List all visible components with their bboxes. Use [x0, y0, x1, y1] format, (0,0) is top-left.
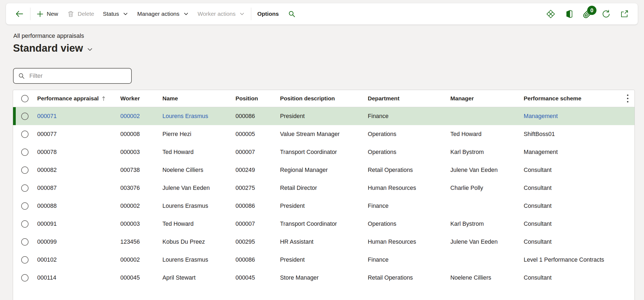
cell-name: Lourens Erasmus [159, 203, 232, 209]
cell-department: Finance [365, 203, 447, 209]
chevron-down-icon [183, 11, 189, 17]
cell-scheme: Consultant [520, 239, 621, 245]
cell-manager: Ted Howard [447, 131, 520, 138]
circle-icon [21, 256, 29, 264]
cell-position_description: Regional Manager [277, 167, 365, 174]
chevron-down-icon [122, 11, 128, 17]
cell-worker[interactable]: 000002 [117, 113, 159, 120]
office-apps-button[interactable] [560, 3, 578, 24]
vertical-ellipsis-icon [626, 94, 629, 103]
filter-input[interactable] [29, 72, 127, 80]
delete-button[interactable]: Delete [62, 3, 99, 24]
manager-actions-dropdown[interactable]: Manager actions [133, 3, 193, 24]
new-button[interactable]: New [32, 3, 62, 24]
row-checkbox[interactable] [13, 113, 34, 120]
toolbar-search-button[interactable] [283, 3, 300, 24]
cell-scheme: Consultant [520, 274, 621, 281]
row-checkbox[interactable] [13, 166, 34, 174]
select-all-checkbox[interactable] [13, 95, 34, 102]
cell-worker: 000003 [117, 221, 159, 227]
options-label: Options [257, 11, 279, 17]
row-checkbox[interactable] [13, 131, 34, 138]
delete-button-label: Delete [78, 11, 94, 17]
row-checkbox[interactable] [13, 202, 34, 210]
circle-icon [21, 95, 29, 102]
cell-position_description: Transport Coordinator [277, 149, 365, 156]
row-checkbox[interactable] [13, 274, 34, 282]
table-row[interactable]: 000087003076Julene Van Eeden000275Retail… [13, 179, 634, 197]
cell-department: Human Resources [365, 239, 447, 245]
cell-department: Operations [365, 131, 447, 138]
worker-actions-label: Worker actions [198, 11, 236, 17]
circle-icon [21, 113, 29, 120]
cell-name: Noelene Cilliers [159, 167, 232, 174]
table-row[interactable]: 000099123456Kobus Du Preez000295HR Assis… [13, 233, 634, 251]
row-checkbox[interactable] [13, 184, 34, 192]
plus-icon [36, 10, 44, 18]
cell-appraisal: 000078 [34, 149, 117, 156]
cell-position_description: HR Assistant [277, 239, 365, 245]
manager-actions-label: Manager actions [137, 11, 179, 17]
cell-name: Kobus Du Preez [159, 239, 232, 245]
cell-worker: 003076 [117, 185, 159, 191]
table-row[interactable]: 000082000738Noelene Cilliers000249Region… [13, 161, 634, 179]
table-row[interactable]: 000078000003Ted Howard000007Transport Co… [13, 143, 634, 161]
cell-position: 000086 [232, 203, 277, 209]
column-header-department[interactable]: Department [365, 95, 447, 102]
cell-department: Finance [365, 113, 447, 120]
circle-icon [21, 202, 29, 210]
column-header-worker[interactable]: Worker [117, 95, 159, 102]
circle-icon [21, 166, 29, 174]
column-header-name[interactable]: Name [159, 95, 232, 102]
cell-name: Lourens Erasmus [159, 256, 232, 263]
row-checkbox[interactable] [13, 220, 34, 228]
search-icon [18, 72, 25, 80]
cell-appraisal: 000091 [34, 221, 117, 227]
cell-manager: Noelene Cilliers [447, 274, 520, 281]
cell-position_description: Value Stream Manager [277, 131, 365, 138]
column-header-position[interactable]: Position [232, 95, 277, 102]
open-in-new-window-button[interactable] [615, 3, 633, 24]
back-button[interactable] [10, 3, 29, 24]
cell-appraisal: 000102 [34, 256, 117, 263]
table-row[interactable]: 000091000003Ted Howard000007Transport Co… [13, 215, 634, 233]
table-row[interactable]: 000071000002Lourens Erasmus000086Preside… [13, 107, 634, 125]
table-row[interactable]: 000088000002Lourens Erasmus000086Preside… [13, 197, 634, 215]
cell-scheme[interactable]: Management [520, 113, 621, 120]
row-checkbox[interactable] [13, 149, 34, 156]
cell-position: 000005 [232, 131, 277, 138]
column-header-position_description[interactable]: Position description [277, 95, 365, 102]
column-header-appraisal[interactable]: Performance appraisal [34, 95, 117, 102]
column-header-manager[interactable]: Manager [447, 95, 520, 102]
row-checkbox[interactable] [13, 238, 34, 246]
status-label: Status [103, 11, 119, 17]
view-switcher-button[interactable] [541, 3, 560, 24]
cell-name[interactable]: Lourens Erasmus [159, 113, 232, 120]
view-selector[interactable]: Standard view [13, 42, 93, 54]
cell-department: Retail Operations [365, 274, 447, 281]
attachments-button[interactable]: 0 [578, 3, 596, 24]
table-row[interactable]: 000114000045April Stewart000045Store Man… [13, 269, 634, 287]
cell-appraisal[interactable]: 000071 [34, 113, 117, 120]
row-checkbox[interactable] [13, 256, 34, 264]
status-dropdown[interactable]: Status [99, 3, 133, 24]
cell-position_description: Transport Coordinator [277, 221, 365, 227]
column-header-scheme[interactable]: Performance scheme [520, 95, 621, 102]
column-options-button[interactable] [621, 94, 634, 103]
cell-manager: Julene Van Eeden [447, 239, 520, 245]
cell-position: 000007 [232, 221, 277, 227]
cell-name: Ted Howard [159, 149, 232, 156]
circle-icon [21, 184, 29, 192]
table-row[interactable]: 000077000008Pierre Hezi000005Value Strea… [13, 125, 634, 143]
cell-appraisal: 000082 [34, 167, 117, 174]
options-button[interactable]: Options [253, 3, 283, 24]
chevron-down-icon [87, 46, 93, 53]
table-row[interactable]: 000102000002Lourens Erasmus000086Preside… [13, 251, 634, 269]
grid-header-row: Performance appraisalWorkerNamePositionP… [13, 90, 634, 107]
cell-position_description: Retail Director [277, 185, 365, 191]
refresh-button[interactable] [596, 3, 615, 24]
cell-department: Operations [365, 149, 447, 156]
cell-scheme: Level 1 Performance Contracts [520, 256, 621, 263]
worker-actions-dropdown[interactable]: Worker actions [193, 3, 250, 24]
circle-icon [21, 131, 29, 138]
